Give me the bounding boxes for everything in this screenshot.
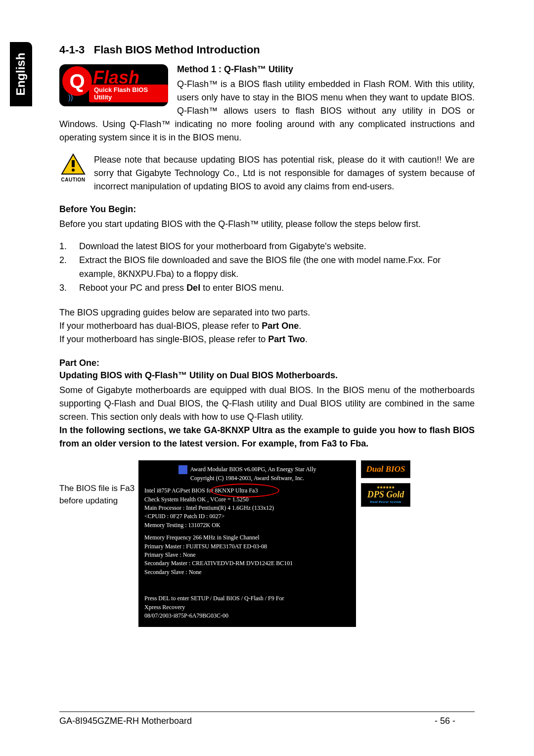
dps-gold-logo: ★★★★★★ DPS Gold Dual Power System bbox=[361, 483, 410, 507]
page-content: 4-1-3 Flash BIOS Method Introduction Q F… bbox=[59, 44, 475, 627]
part-one-heading: Part One: bbox=[59, 358, 475, 368]
dual-bios-line: If your motherboard has dual-BIOS, pleas… bbox=[59, 319, 475, 333]
caution-label: CAUTION bbox=[59, 177, 87, 182]
caution-text: Please note that because updating BIOS h… bbox=[94, 153, 475, 193]
logos-column: Dual BIOS ★★★★★★ DPS Gold Dual Power Sys… bbox=[361, 460, 410, 507]
qflash-q-icon: Q bbox=[62, 66, 92, 96]
part-one-subheading: Updating BIOS with Q-Flash™ Utility on D… bbox=[59, 370, 475, 381]
language-tab: English bbox=[10, 42, 32, 106]
radio-icon: )) bbox=[68, 93, 73, 101]
bios-screen: Award Modular BIOS v6.00PG, An Energy St… bbox=[138, 460, 356, 627]
page-footer: GA-8I945GZME-RH Motherboard - 56 - bbox=[59, 712, 475, 726]
bios-copyright: Copyright (C) 1984-2003, Award Software,… bbox=[144, 474, 350, 483]
svg-point-2 bbox=[72, 169, 75, 172]
single-bios-line: If your motherboard has single-BIOS, ple… bbox=[59, 333, 475, 346]
step-item: 2.Extract the BIOS file downloaded and s… bbox=[59, 254, 475, 281]
section-title: 4-1-3 Flash BIOS Method Introduction bbox=[59, 44, 475, 56]
award-icon bbox=[178, 465, 187, 474]
section-number: 4-1-3 bbox=[59, 44, 85, 56]
caution-icon: CAUTION bbox=[59, 153, 87, 182]
qflash-subtitle: Quick Flash BIOS Utility bbox=[89, 85, 168, 102]
dual-bios-logo: Dual BIOS bbox=[361, 460, 410, 478]
bios-block-2: Memory Frequency 266 MHz in Single Chann… bbox=[144, 534, 350, 577]
before-begin-heading: Before You Begin: bbox=[59, 204, 475, 215]
steps-list: 1.Download the latest BIOS for your moth… bbox=[59, 240, 475, 295]
step-item: 3.Reboot your PC and press Del to enter … bbox=[59, 281, 475, 295]
language-tab-label: English bbox=[14, 53, 28, 96]
qflash-logo: Q Flash )) Quick Flash BIOS Utility bbox=[59, 64, 168, 106]
part-one-para: Some of Gigabyte motherboards are equipp… bbox=[59, 384, 475, 424]
footer-model: GA-8I945GZME-RH Motherboard bbox=[59, 716, 415, 726]
bios-block-1: Intel i875P AGPset BIOS for 8KNXP Ultra … bbox=[144, 487, 350, 530]
bios-caption: The BIOS file is Fa3 before updating bbox=[59, 460, 138, 507]
step-text: Extract the BIOS file downloaded and sav… bbox=[79, 254, 475, 281]
before-begin-intro: Before you start updating BIOS with the … bbox=[59, 218, 475, 231]
footer-page: - 56 - bbox=[415, 716, 475, 726]
star-icon: ★★★★★★ bbox=[377, 486, 395, 489]
step-text: Reboot your PC and press Del to enter BI… bbox=[79, 281, 284, 295]
step-text: Download the latest BIOS for your mother… bbox=[79, 240, 366, 254]
caution-block: CAUTION Please note that because updatin… bbox=[59, 153, 475, 193]
guide-intro: The BIOS upgrading guides below are sepa… bbox=[59, 306, 475, 319]
bios-block-3: Press DEL to enter SETUP / Dual BIOS / Q… bbox=[144, 594, 350, 620]
bios-highlight: 8KNXP Ultra Fa3 bbox=[215, 487, 258, 495]
bios-row: The BIOS file is Fa3 before updating Awa… bbox=[59, 460, 475, 627]
section-title-text: Flash BIOS Method Introduction bbox=[94, 44, 260, 56]
step-item: 1.Download the latest BIOS for your moth… bbox=[59, 240, 475, 254]
svg-rect-1 bbox=[72, 160, 75, 167]
part-one-bold: In the following sections, we take GA-8K… bbox=[59, 424, 475, 450]
bios-title-line: Award Modular BIOS v6.00PG, An Energy St… bbox=[144, 465, 350, 474]
